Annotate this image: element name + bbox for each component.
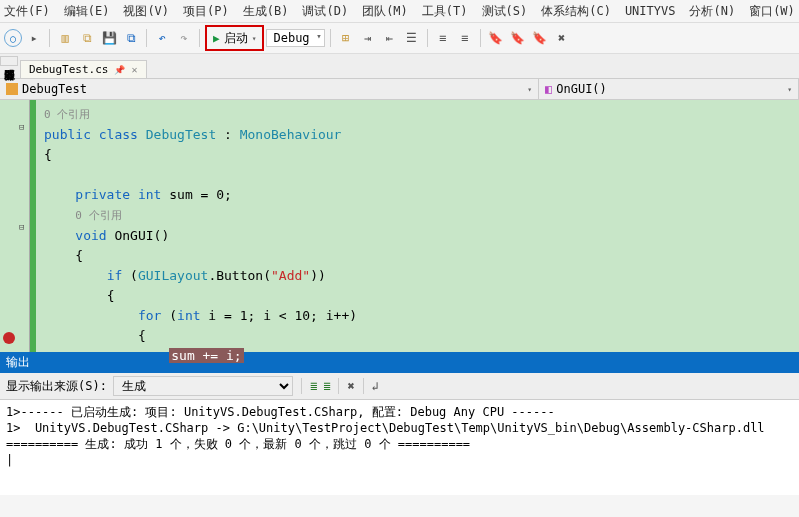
- nav-back-icon[interactable]: ◯: [4, 29, 22, 47]
- save-all-icon[interactable]: ⧉: [121, 28, 141, 48]
- save-icon[interactable]: 💾: [99, 28, 119, 48]
- class-icon: [6, 83, 18, 95]
- hover-tooltip: sum += i;: [169, 348, 243, 363]
- code-nav-bar: DebugTest ▾ ◧ OnGUI() ▾: [0, 78, 799, 100]
- menu-window[interactable]: 窗口(W): [749, 3, 795, 20]
- new-project-icon[interactable]: ▥: [55, 28, 75, 48]
- output-toolbar: 显示输出来源(S): 生成 ≣ ≣ ✖ ↲: [0, 373, 799, 400]
- redo-icon[interactable]: ↷: [174, 28, 194, 48]
- menu-debug[interactable]: 调试(D): [302, 3, 348, 20]
- breakpoint-icon[interactable]: [3, 332, 15, 344]
- undo-icon[interactable]: ↶: [152, 28, 172, 48]
- method-icon: ◧: [545, 82, 552, 96]
- menu-build[interactable]: 生成(B): [243, 3, 289, 20]
- close-tab-icon[interactable]: ✕: [131, 64, 137, 75]
- output-source-dropdown[interactable]: 生成: [113, 376, 293, 396]
- member-name: OnGUI(): [556, 82, 607, 96]
- menu-project[interactable]: 项目(P): [183, 3, 229, 20]
- output-source-label: 显示输出来源(S):: [6, 378, 107, 395]
- tab-label: DebugTest.cs: [29, 63, 108, 76]
- bookmark-clear-icon[interactable]: ✖: [552, 28, 572, 48]
- nav-fwd-icon[interactable]: ▸: [24, 28, 44, 48]
- document-tabs: DebugTest.cs 📌 ✕: [0, 54, 799, 78]
- class-name: DebugTest: [22, 82, 87, 96]
- open-icon[interactable]: ⧉: [77, 28, 97, 48]
- member-dropdown[interactable]: ◧ OnGUI() ▾: [539, 79, 799, 99]
- toolbar-icon[interactable]: ⇤: [380, 28, 400, 48]
- menu-edit[interactable]: 编辑(E): [64, 3, 110, 20]
- class-dropdown[interactable]: DebugTest ▾: [0, 79, 539, 99]
- collapse-icon[interactable]: ⊟: [19, 222, 24, 232]
- bookmark-prev-icon[interactable]: 🔖: [508, 28, 528, 48]
- wrap-icon[interactable]: ↲: [372, 379, 379, 393]
- toolbar: ◯ ▸ ▥ ⧉ 💾 ⧉ ↶ ↷ ▶ 启动 ▾ Debug ⊞ ⇥ ⇤ ☰ ≡ ≡…: [0, 22, 799, 54]
- toolbar-icon[interactable]: ⊞: [336, 28, 356, 48]
- toolbar-icon[interactable]: ≣: [310, 379, 317, 393]
- bookmark-icon[interactable]: 🔖: [486, 28, 506, 48]
- output-text[interactable]: 1>------ 已启动生成: 项目: UnityVS.DebugTest.CS…: [0, 400, 799, 495]
- bookmark-next-icon[interactable]: 🔖: [530, 28, 550, 48]
- toolbar-icon[interactable]: ≡: [433, 28, 453, 48]
- play-icon: ▶: [213, 32, 220, 45]
- menu-tools[interactable]: 工具(T): [422, 3, 468, 20]
- clear-icon[interactable]: ✖: [347, 379, 354, 393]
- config-dropdown[interactable]: Debug: [266, 29, 324, 47]
- server-explorer-tab[interactable]: 服务器资源管理器: [0, 56, 18, 66]
- toolbar-icon[interactable]: ☰: [402, 28, 422, 48]
- file-tab[interactable]: DebugTest.cs 📌 ✕: [20, 60, 147, 78]
- pin-icon[interactable]: 📌: [114, 65, 125, 75]
- menu-arch[interactable]: 体系结构(C): [541, 3, 611, 20]
- toolbar-icon[interactable]: ⇥: [358, 28, 378, 48]
- start-debug-button[interactable]: ▶ 启动 ▾: [205, 25, 264, 51]
- menu-view[interactable]: 视图(V): [123, 3, 169, 20]
- menu-bar: 文件(F) 编辑(E) 视图(V) 项目(P) 生成(B) 调试(D) 团队(M…: [0, 0, 799, 22]
- toolbar-icon[interactable]: ≡: [455, 28, 475, 48]
- code-area[interactable]: 0 个引用 public class DebugTest : MonoBehav…: [36, 100, 357, 352]
- menu-file[interactable]: 文件(F): [4, 3, 50, 20]
- menu-unityvs[interactable]: UNITYVS: [625, 4, 676, 18]
- code-editor[interactable]: ⊟ ⊟ 0 个引用 public class DebugTest : MonoB…: [0, 100, 799, 352]
- collapse-icon[interactable]: ⊟: [19, 122, 24, 132]
- toolbar-icon[interactable]: ≣: [323, 379, 330, 393]
- gutter[interactable]: [0, 100, 30, 352]
- start-label: 启动: [224, 30, 248, 47]
- menu-analyze[interactable]: 分析(N): [689, 3, 735, 20]
- menu-test[interactable]: 测试(S): [482, 3, 528, 20]
- menu-team[interactable]: 团队(M): [362, 3, 408, 20]
